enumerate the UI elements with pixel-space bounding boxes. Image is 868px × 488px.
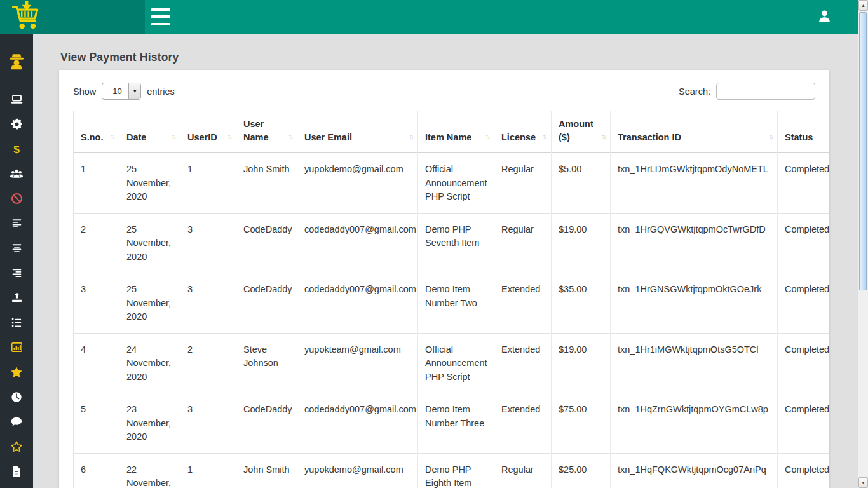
page-length-control: Show 10 ▼ entries (73, 83, 175, 100)
table-row: 622 November, 20201John Smithyupokdemo@g… (74, 453, 830, 488)
payment-history-table: S.no.↑↓Date↑↓UserID↑↓User Name↑↓User Ema… (73, 111, 829, 488)
table-cell: txn_1HrGQVGWktjtqpmOcTwrGDfD (611, 213, 778, 273)
sort-icon: ↑↓ (485, 130, 491, 144)
sidebar-item-bar-chart[interactable] (0, 335, 33, 360)
table-cell: Demo Item Number Two (418, 273, 494, 334)
table-cell: 1 (180, 453, 236, 488)
table-cell: Demo PHP Seventh Item (418, 213, 494, 273)
sidebar-item-list-ol[interactable] (0, 310, 33, 335)
table-cell: Completed (778, 453, 830, 488)
column-header[interactable]: User Name↑↓ (236, 111, 297, 153)
sort-icon: ↑↓ (543, 130, 548, 144)
sidebar-item-file-text[interactable] (0, 459, 33, 484)
table-cell: 3 (180, 213, 236, 273)
table-cell: yupokteam@gmail.com (297, 333, 418, 393)
table-cell: CodeDaddy (236, 213, 297, 273)
table-cell: 25 November, 2020 (119, 153, 180, 214)
table-cell: $35.00 (552, 273, 611, 334)
column-header[interactable]: Transaction ID↑↓ (611, 111, 778, 153)
comment-icon (10, 416, 23, 428)
table-cell: Completed (778, 153, 830, 214)
table-cell: yupokdemo@gmail.com (297, 453, 418, 488)
sidebar-item-users[interactable] (0, 161, 33, 186)
column-header-label: Item Name (425, 132, 471, 142)
table-row: 424 November, 20202Steve Johnsonyupoktea… (74, 333, 830, 393)
column-header-label: UserID (187, 132, 217, 142)
sidebar-item-laptop[interactable] (0, 87, 33, 112)
column-header-label: Status (785, 132, 813, 142)
sort-icon: ↑↓ (227, 130, 233, 144)
star-outline-icon (10, 440, 24, 454)
sidebar-item-dollar[interactable]: $ (0, 137, 33, 161)
scroll-down-button[interactable]: ▼ (858, 477, 868, 488)
column-header[interactable]: License↑↓ (494, 111, 552, 153)
sort-icon: ↑↓ (409, 130, 415, 144)
table-cell: Regular (494, 213, 552, 273)
table-cell: 3 (180, 393, 236, 454)
table-cell: Regular (494, 453, 552, 488)
sidebar-item-user-secret[interactable] (0, 43, 33, 81)
sidebar-item-star-outline[interactable] (0, 434, 33, 459)
sidebar-item-upload[interactable] (0, 285, 33, 310)
table-cell: 23 November, 2020 (119, 393, 180, 454)
hamburger-menu-button[interactable] (151, 8, 170, 25)
table-cell: Demo Item Number Three (418, 393, 494, 454)
chevron-down-icon: ▼ (128, 83, 140, 99)
scroll-thumb[interactable] (859, 12, 867, 290)
search-input[interactable] (716, 83, 815, 100)
sort-icon: ↑↓ (602, 130, 607, 144)
sidebar-item-star[interactable] (0, 360, 33, 384)
column-header[interactable]: Date↑↓ (119, 111, 180, 153)
column-header-label: S.no. (81, 132, 103, 142)
column-header[interactable]: UserID↑↓ (180, 111, 236, 153)
column-header[interactable]: Amount ($)↑↓ (552, 111, 611, 153)
page-size-select[interactable]: 10 ▼ (102, 83, 141, 100)
table-cell: Steve Johnson (236, 333, 297, 393)
table-cell: 1 (180, 153, 236, 214)
sidebar-item-comment[interactable] (0, 409, 33, 434)
table-body: 125 November, 20201John Smithyupokdemo@g… (74, 153, 830, 488)
table-cell: 5 (74, 393, 119, 454)
table-cell: Completed (778, 393, 830, 454)
align-right-icon (11, 267, 23, 279)
sidebar-item-align-left[interactable] (0, 211, 33, 236)
table-cell: John Smith (236, 453, 297, 488)
column-header[interactable]: User Email↑↓ (297, 111, 418, 153)
clock-icon (10, 391, 23, 403)
scroll-up-button[interactable]: ▲ (858, 0, 868, 11)
table-cell: Demo PHP Eighth Item (418, 453, 494, 488)
sort-icon: ↑↓ (172, 130, 177, 144)
table-row: 325 November, 20203CodeDaddycodedaddy007… (74, 273, 830, 334)
table-cell: 2 (74, 213, 119, 273)
sidebar-item-gear[interactable] (0, 112, 33, 137)
table-cell: 25 November, 2020 (119, 213, 180, 273)
svg-text:$: $ (13, 142, 20, 155)
sidebar-item-clock[interactable] (0, 384, 33, 409)
table-cell: $75.00 (552, 393, 611, 454)
list-ol-icon (10, 316, 23, 329)
star-icon (10, 365, 24, 379)
align-center-icon (11, 242, 23, 254)
column-header[interactable]: S.no.↑↓ (74, 111, 119, 153)
table-cell: Regular (494, 153, 552, 214)
table-cell: Extended (494, 333, 552, 393)
user-icon (816, 8, 833, 27)
sort-icon: ↑↓ (111, 130, 116, 144)
table-cell: Completed (778, 273, 830, 334)
table-cell: 25 November, 2020 (119, 273, 180, 334)
column-header-label: License (501, 132, 536, 142)
gear-icon (10, 118, 24, 131)
sidebar-item-align-right[interactable] (0, 261, 33, 285)
sidebar-item-align-center[interactable] (0, 236, 33, 261)
column-header[interactable]: Item Name↑↓ (418, 111, 494, 153)
app-logo[interactable] (0, 0, 145, 34)
sidebar-item-ban[interactable] (0, 186, 33, 211)
sort-icon: ↑↓ (769, 130, 775, 144)
payment-history-card: Show 10 ▼ entries Search: S.n (59, 70, 829, 488)
vertical-scrollbar[interactable]: ▲ ▼ (858, 0, 868, 488)
table-cell: 4 (74, 333, 119, 393)
user-menu-button[interactable] (815, 8, 834, 27)
table-cell: 22 November, 2020 (119, 453, 180, 488)
table-cell: codedaddy007@gmail.com (297, 273, 418, 334)
table-cell: 2 (180, 333, 236, 393)
